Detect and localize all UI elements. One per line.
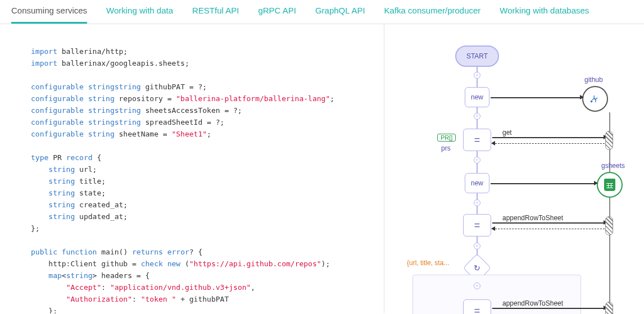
code-line: }; bbox=[31, 222, 384, 234]
sheets-icon bbox=[604, 179, 615, 191]
main-content: import ballerina/http;import ballerinax/… bbox=[0, 24, 644, 313]
code-line: string state; bbox=[31, 187, 384, 199]
code-line: import ballerinax/googleapis.sheets; bbox=[31, 57, 384, 69]
tab-working-with-data[interactable]: Working with data bbox=[106, 0, 173, 24]
tab-consuming-services[interactable]: Consuming services bbox=[11, 0, 87, 24]
github-icon bbox=[589, 93, 601, 105]
diagram-append-label-1: appendRowToSheet bbox=[502, 214, 563, 222]
diagram-assign-node-2[interactable]: = bbox=[463, 214, 491, 236]
diagram-get-label: get bbox=[502, 129, 512, 136]
diagram-github-label: github bbox=[584, 76, 603, 84]
code-line bbox=[31, 69, 384, 81]
diagram-loop-label: {url, title, sta... bbox=[407, 259, 449, 267]
code-line: http:Client github = check new ("https:/… bbox=[31, 258, 384, 270]
code-line: map<string> headers = { bbox=[31, 270, 384, 281]
code-line: string url; bbox=[31, 163, 384, 175]
code-line: configurable string sheetName = "Sheet1"… bbox=[31, 128, 384, 140]
code-line: string updated_at; bbox=[31, 211, 384, 222]
add-node-icon[interactable]: + bbox=[474, 283, 480, 289]
add-node-icon[interactable]: + bbox=[474, 113, 480, 120]
diagram-activation-bar bbox=[605, 131, 613, 150]
tab-graphql-api[interactable]: GraphQL API bbox=[315, 0, 365, 24]
code-line: "Accept": "application/vnd.github.v3+jso… bbox=[31, 281, 384, 293]
code-editor[interactable]: import ballerina/http;import ballerinax/… bbox=[0, 24, 384, 313]
diagram-activation-bar bbox=[605, 302, 613, 314]
add-node-icon[interactable]: + bbox=[474, 157, 480, 163]
tabs-bar: Consuming services Working with data RES… bbox=[0, 0, 644, 24]
diagram-prs-var: prs bbox=[441, 144, 451, 152]
diagram-prs-type: PR[] bbox=[437, 134, 456, 142]
code-line: public function main() returns error? { bbox=[31, 246, 384, 258]
code-line: import ballerina/http; bbox=[31, 45, 384, 57]
svg-point-0 bbox=[591, 101, 593, 103]
add-node-icon[interactable]: + bbox=[474, 243, 480, 249]
diagram-new-node-2[interactable]: new bbox=[465, 173, 489, 193]
code-line: string title; bbox=[31, 175, 384, 187]
code-line: type PR record { bbox=[31, 152, 384, 163]
code-line: configurable stringstring spreadSheetId … bbox=[31, 116, 384, 128]
code-line bbox=[31, 234, 384, 246]
diagram-gsheets-endpoint[interactable] bbox=[597, 172, 623, 198]
diagram-new-node-1[interactable]: new bbox=[465, 87, 489, 107]
add-node-icon[interactable]: + bbox=[474, 72, 480, 79]
diagram-start-node[interactable]: START bbox=[455, 45, 499, 67]
code-line: configurable stringstring sheetsAccessTo… bbox=[31, 104, 384, 116]
diagram-activation-bar bbox=[605, 216, 613, 235]
code-line: string created_at; bbox=[31, 199, 384, 211]
diagram-assign-node-3[interactable]: = bbox=[463, 299, 491, 314]
diagram-assign-node-1[interactable]: = bbox=[463, 129, 491, 151]
code-line: configurable string repository = "baller… bbox=[31, 93, 384, 104]
tab-kafka[interactable]: Kafka consumer/producer bbox=[384, 0, 481, 24]
code-line: }; bbox=[31, 305, 384, 313]
diagram-append-label-2: appendRowToSheet bbox=[502, 299, 563, 307]
diagram-gsheets-label: gsheets bbox=[601, 162, 625, 170]
tab-databases[interactable]: Working with databases bbox=[500, 0, 589, 24]
tab-grpc-api[interactable]: gRPC API bbox=[258, 0, 296, 24]
code-line: "Authorization": "token " + githubPAT bbox=[31, 293, 384, 305]
diagram-github-endpoint[interactable] bbox=[582, 86, 608, 112]
add-node-icon[interactable]: + bbox=[474, 199, 480, 206]
code-line bbox=[31, 140, 384, 152]
tab-restful-api[interactable]: RESTful API bbox=[192, 0, 239, 24]
sequence-diagram[interactable]: START + github new + PR[] prs = get + gs… bbox=[384, 24, 644, 313]
code-line: configurable stringstring githubPAT = ?; bbox=[31, 81, 384, 93]
